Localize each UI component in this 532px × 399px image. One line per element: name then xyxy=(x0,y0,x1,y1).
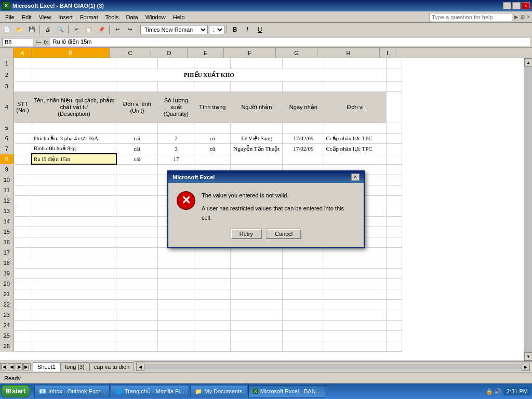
col-header-b[interactable]: B xyxy=(32,48,110,58)
col-header-e[interactable]: E xyxy=(188,48,224,58)
formula-separator: ⊢ xyxy=(35,38,42,46)
name-box[interactable] xyxy=(2,38,33,46)
tab-last-button[interactable]: ▶| xyxy=(23,363,31,370)
dialog-close-button[interactable]: × xyxy=(351,174,360,181)
horizontal-scrollbar[interactable]: ◀ ▶ xyxy=(134,361,532,372)
paste-button[interactable]: 📌 xyxy=(96,24,107,35)
sheet-tab-bar: |◀ ◀ ▶ ▶| Sheet1 tong (3) cap va tu dien… xyxy=(0,361,532,372)
col-header-h[interactable]: H xyxy=(317,48,380,58)
fx-label: fx xyxy=(44,39,48,45)
outlook-icon: 📧 xyxy=(39,388,46,395)
undo-button[interactable]: ↩ xyxy=(112,24,123,35)
excel-label: Microsoft Excel - BAN... xyxy=(260,388,321,394)
tab-prev-button[interactable]: ◀ xyxy=(8,363,15,370)
formula-bar: ⊢ fx xyxy=(0,36,532,48)
toolbar-separator-4 xyxy=(138,25,138,34)
grid-area: 1 2 PHIẾU XUẤ xyxy=(0,58,532,361)
dialog-messages: The value you entered is not valid. A us… xyxy=(202,191,355,223)
col-header-a[interactable]: A xyxy=(14,48,32,58)
copy-button[interactable]: 📋 xyxy=(83,24,95,35)
close-button[interactable]: × xyxy=(522,2,530,9)
sheet-tab-tong[interactable]: tong (3) xyxy=(60,362,89,371)
toolbar-separator-1 xyxy=(39,25,40,34)
bold-button[interactable]: B xyxy=(229,24,241,35)
print-button[interactable]: 🖨 xyxy=(42,24,54,35)
firefox-label: Trang chủ - Mozilla Fi... xyxy=(125,388,184,395)
start-button[interactable]: ⊞ start xyxy=(1,385,30,397)
toolbar-separator-5 xyxy=(227,25,227,34)
toolbar-separator-2 xyxy=(68,25,69,34)
menu-format[interactable]: Format xyxy=(77,13,101,21)
col-header-i[interactable]: I xyxy=(380,48,395,58)
menu-insert[interactable]: Insert xyxy=(55,13,76,21)
error-dialog: Microsoft Excel × ✕ The value you entere… xyxy=(167,170,365,249)
menu-window[interactable]: Window xyxy=(142,13,169,21)
new-button[interactable]: 📄 xyxy=(1,24,12,35)
save-button[interactable]: 💾 xyxy=(26,24,37,35)
minimize-button[interactable]: _ xyxy=(503,2,511,9)
window-controls: _ □ × xyxy=(503,2,530,9)
question-input[interactable] xyxy=(429,13,512,21)
scroll-left-button[interactable]: ◀ xyxy=(136,363,144,371)
menu-tools[interactable]: Tools xyxy=(102,13,122,21)
sheet-tab-sheet1[interactable]: Sheet1 xyxy=(33,362,60,371)
h-scroll-track[interactable] xyxy=(144,364,522,369)
close-menu-icon[interactable]: × xyxy=(527,14,530,20)
dialog-message2: A user has restricted values that can be… xyxy=(202,204,355,222)
col-header-d[interactable]: D xyxy=(151,48,188,58)
taskbar-item-outlook[interactable]: 📧 Inbox - Outlook Expr... xyxy=(34,385,110,397)
retry-button[interactable]: Retry xyxy=(231,229,262,239)
col-header-c[interactable]: C xyxy=(110,48,151,58)
toolbar-separator-3 xyxy=(109,25,110,34)
menu-edit[interactable]: Edit xyxy=(19,13,35,21)
taskbar-right: 🔒 🔊 2:31 PM xyxy=(486,387,531,395)
font-size-selector[interactable]: 12 xyxy=(209,25,224,34)
mydocs-label: My Documents xyxy=(204,388,242,394)
column-headers: A B C D E F G H I xyxy=(0,48,532,58)
dialog-overlay: Microsoft Excel × ✕ The value you entere… xyxy=(0,58,532,361)
window-title: Microsoft Excel - BAN GIAO(1) (3) xyxy=(12,3,104,9)
status-text: Ready xyxy=(4,375,21,381)
menu-help[interactable]: Help xyxy=(170,13,188,21)
taskbar-item-mydocs[interactable]: 📁 My Documents xyxy=(190,385,247,397)
start-label: start xyxy=(12,388,25,395)
col-header-f[interactable]: F xyxy=(224,48,276,58)
dialog-message1: The value you entered is not valid. xyxy=(202,191,355,201)
search-icon[interactable]: ▶ xyxy=(514,14,518,20)
app-icon: X xyxy=(2,2,10,10)
font-selector[interactable]: Times New Roman xyxy=(140,25,208,34)
menu-view[interactable]: View xyxy=(36,13,55,21)
sheet-tab-cap[interactable]: cap va tu dien xyxy=(89,362,135,371)
underline-button[interactable]: U xyxy=(254,24,265,35)
preview-button[interactable]: 🔍 xyxy=(55,24,66,35)
formula-input[interactable] xyxy=(50,38,530,46)
col-header-g[interactable]: G xyxy=(276,48,317,58)
italic-button[interactable]: I xyxy=(242,24,253,35)
folder-icon: 📁 xyxy=(195,388,202,395)
tab-first-button[interactable]: |◀ xyxy=(0,363,7,370)
dialog-title: Microsoft Excel xyxy=(172,174,215,180)
excel-icon: X xyxy=(253,389,258,394)
cut-button[interactable]: ✂ xyxy=(71,24,82,35)
menu-options-icon[interactable]: ⊞ xyxy=(521,14,525,20)
menu-bar: File Edit View Insert Format Tools Data … xyxy=(0,11,532,23)
taskbar-item-firefox[interactable]: 🌐 Trang chủ - Mozilla Fi... xyxy=(111,385,189,397)
menu-file[interactable]: File xyxy=(2,13,18,21)
status-bar: Ready xyxy=(0,372,532,383)
cancel-button[interactable]: Cancel xyxy=(266,229,301,239)
outlook-label: Inbox - Outlook Expr... xyxy=(48,388,105,394)
dialog-content: ✕ The value you entered is not valid. A … xyxy=(177,191,355,223)
maximize-button[interactable]: □ xyxy=(512,2,521,9)
scroll-right-button[interactable]: ▶ xyxy=(522,363,530,371)
menu-data[interactable]: Data xyxy=(123,13,141,21)
taskbar-item-excel[interactable]: X Microsoft Excel - BAN... xyxy=(248,385,325,397)
dialog-buttons: Retry Cancel xyxy=(177,227,355,241)
tray-icon-1: 🔒 xyxy=(486,388,493,395)
excel-window: A B C D E F G H I 1 xyxy=(0,48,532,383)
open-button[interactable]: 📂 xyxy=(14,24,25,35)
tab-next-button[interactable]: ▶ xyxy=(16,363,23,370)
system-tray-icons: 🔒 🔊 xyxy=(486,388,501,395)
error-icon: ✕ xyxy=(177,191,195,210)
redo-button[interactable]: ↪ xyxy=(124,24,136,35)
windows-logo-icon: ⊞ xyxy=(6,388,11,395)
